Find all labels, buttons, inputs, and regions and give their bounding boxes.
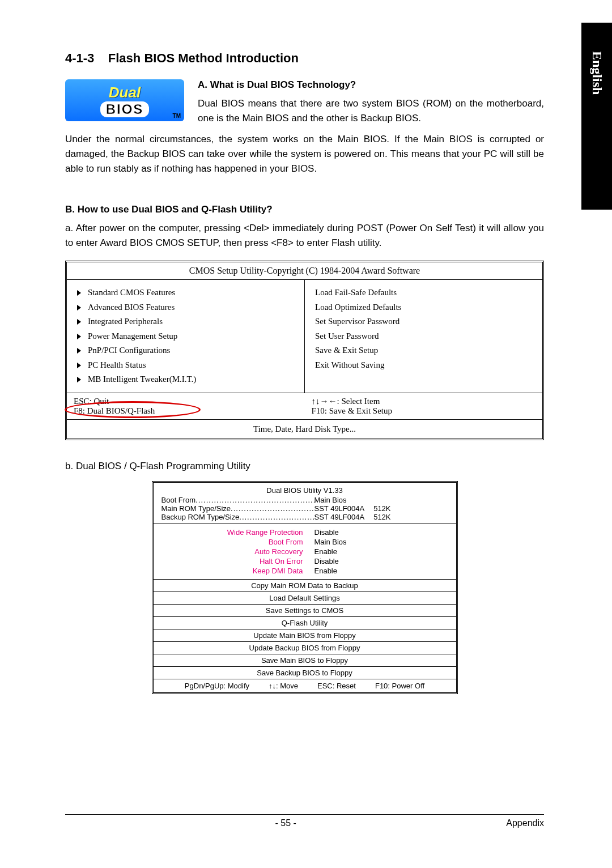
du-keys: PgDn/PgUp: Modify↑↓: MoveESC: ResetF10: … [154,679,456,692]
sub-a-heading: A. What is Dual BIOS Technology? [198,79,544,91]
du-key-hint: F10: Power Off [375,682,424,690]
du-info: Boot FromMain BiosMain ROM Type/SizeSST … [154,496,456,524]
du-key-hint: PgDn/PgUp: Modify [185,682,249,690]
cmos-help: Time, Date, Hard Disk Type... [253,424,356,433]
cmos-menu-item[interactable]: Exit Without Saving [315,358,532,373]
cmos-right-col: Load Fail-Safe DefaultsLoad Optimized De… [305,280,542,393]
logo-line1: Dual [109,84,141,101]
section-number: 4-1-3 [65,51,94,65]
section-title-text: Flash BIOS Method Introduction [108,51,299,65]
triangle-icon [77,319,81,325]
cmos-menu-item[interactable]: Load Optimized Defaults [315,300,532,315]
sub-a-p1: Dual BIOS means that there are two syste… [198,96,544,126]
cmos-menu-item[interactable]: Integrated Peripherals [77,314,294,329]
language-tab: English [581,23,612,210]
du-action[interactable]: Update Main BIOS from Floppy [154,629,456,641]
cmos-menu-item[interactable]: Power Management Setup [77,329,294,344]
du-action[interactable]: Copy Main ROM Data to Backup [154,579,456,592]
du-info-row: Backup ROM Type/SizeSST 49LF004A512K [162,513,448,521]
du-settings: Wide Range ProtectionDisableBoot FromMai… [154,524,456,579]
qflash-label: Q-Flash Utility [154,616,456,629]
triangle-icon [77,305,81,310]
cmos-menu-item[interactable]: MB Intelligent Tweaker(M.I.T.) [77,372,294,387]
du-actions-bot: Update Main BIOS from FloppyUpdate Backu… [154,629,456,679]
b2-label: b. Dual BIOS / Q-Flash Programming Utili… [65,461,544,472]
highlight-oval [65,401,201,418]
dual-bios-logo: Dual BIOS TM [65,79,184,121]
cmos-menu-item[interactable]: Standard CMOS Features [77,286,294,300]
du-action[interactable]: Save Settings to CMOS [154,604,456,616]
sub-a-p2: Under the normal circumstances, the syst… [65,132,544,177]
triangle-icon [77,334,81,339]
du-actions-top: Copy Main ROM Data to BackupLoad Default… [154,579,456,616]
du-setting-row[interactable]: Auto RecoveryEnable [154,547,456,556]
sub-b-p1: a. After power on the computer, pressing… [65,221,544,251]
du-setting-row[interactable]: Wide Range ProtectionDisable [154,527,456,537]
page-footer: - 55 - Appendix [65,814,544,828]
du-title: Dual BIOS Utility V1.33 [154,483,456,496]
triangle-icon [77,290,81,296]
du-action[interactable]: Save Backup BIOS to Floppy [154,666,456,679]
cmos-title: CMOS Setup Utility-Copyright (C) 1984-20… [67,262,542,279]
du-setting-row[interactable]: Keep DMI DataEnable [154,566,456,576]
language-tab-label: English [589,51,605,95]
du-setting-row[interactable]: Halt On ErrorDisable [154,556,456,566]
triangle-icon [77,363,81,368]
page-content: 4-1-3 Flash BIOS Method Introduction Dua… [65,51,544,694]
footer-label: Appendix [506,818,544,828]
cmos-menu-item[interactable]: Set Supervisor Password [315,314,532,329]
cmos-menu-item[interactable]: Advanced BIOS Features [77,300,294,315]
sub-b-heading: B. How to use Dual BIOS and Q-Flash Util… [65,204,544,215]
cmos-left-col: Standard CMOS FeaturesAdvanced BIOS Feat… [67,280,305,393]
cmos-menu-item[interactable]: Load Fail-Safe Defaults [315,286,532,300]
triangle-icon [77,348,81,354]
cmos-menu-item[interactable]: PnP/PCI Configurations [77,343,294,358]
cmos-menu-item[interactable]: PC Health Status [77,358,294,373]
logo-tm: TM [173,113,181,119]
cmos-select: ↑↓→←: Select Item [312,397,536,406]
du-key-hint: ↑↓: Move [269,682,298,690]
du-info-row: Main ROM Type/SizeSST 49LF004A512K [162,504,448,513]
cmos-f10: F10: Save & Exit Setup [312,406,536,416]
cmos-menu-item[interactable]: Set User Password [315,329,532,344]
du-key-hint: ESC: Reset [317,682,356,690]
du-action[interactable]: Update Backup BIOS from Floppy [154,641,456,654]
du-action[interactable]: Load Default Settings [154,592,456,604]
cmos-menu-item[interactable]: Save & Exit Setup [315,343,532,358]
du-setting-row[interactable]: Boot FromMain Bios [154,537,456,547]
du-action[interactable]: Save Main BIOS to Floppy [154,654,456,666]
logo-line2: BIOS [100,101,150,117]
cmos-setup-box: CMOS Setup Utility-Copyright (C) 1984-20… [65,261,544,440]
page-number: - 55 - [275,818,296,828]
section-heading: 4-1-3 Flash BIOS Method Introduction [65,51,544,66]
dual-bios-utility-box: Dual BIOS Utility V1.33 Boot FromMain Bi… [152,481,458,694]
triangle-icon [77,377,81,382]
du-info-row: Boot FromMain Bios [162,496,448,504]
